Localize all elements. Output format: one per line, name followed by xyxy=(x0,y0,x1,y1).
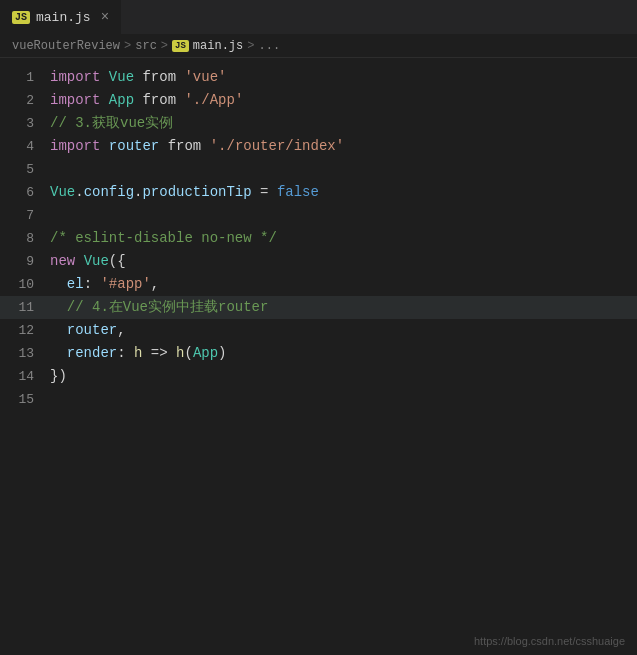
code-line: 3// 3.获取vue实例 xyxy=(0,112,637,135)
line-number: 3 xyxy=(0,113,50,135)
line-number: 7 xyxy=(0,205,50,227)
line-content: el: '#app', xyxy=(50,273,637,295)
breadcrumb-sep1: > xyxy=(124,39,131,53)
code-line: 4import router from './router/index' xyxy=(0,135,637,158)
code-line: 15 xyxy=(0,388,637,411)
line-content: }) xyxy=(50,365,637,387)
tab-bar: JS main.js × xyxy=(0,0,637,35)
line-content: // 4.在Vue实例中挂载router xyxy=(50,296,637,318)
code-area: 1import Vue from 'vue'2import App from '… xyxy=(0,58,637,419)
line-content: import App from './App' xyxy=(50,89,637,111)
line-number: 9 xyxy=(0,251,50,273)
code-line: 10 el: '#app', xyxy=(0,273,637,296)
breadcrumb-js-badge: JS xyxy=(172,40,189,52)
code-line: 11 // 4.在Vue实例中挂载router xyxy=(0,296,637,319)
breadcrumb-sep3: > xyxy=(247,39,254,53)
code-line: 1import Vue from 'vue' xyxy=(0,66,637,89)
code-line: 5 xyxy=(0,158,637,181)
code-line: 8/* eslint-disable no-new */ xyxy=(0,227,637,250)
line-number: 14 xyxy=(0,366,50,388)
line-content: // 3.获取vue实例 xyxy=(50,112,637,134)
watermark: https://blog.csdn.net/csshuaige xyxy=(474,635,625,647)
line-content: Vue.config.productionTip = false xyxy=(50,181,637,203)
line-number: 1 xyxy=(0,67,50,89)
line-content: render: h => h(App) xyxy=(50,342,637,364)
tab-filename: main.js xyxy=(36,10,91,25)
line-content xyxy=(50,204,637,226)
breadcrumb-sep2: > xyxy=(161,39,168,53)
line-number: 15 xyxy=(0,389,50,411)
breadcrumb-dots: ... xyxy=(258,39,280,53)
line-number: 12 xyxy=(0,320,50,342)
code-line: 14}) xyxy=(0,365,637,388)
line-number: 8 xyxy=(0,228,50,250)
code-line: 13 render: h => h(App) xyxy=(0,342,637,365)
line-number: 13 xyxy=(0,343,50,365)
line-number: 5 xyxy=(0,159,50,181)
breadcrumb-root: vueRouterReview xyxy=(12,39,120,53)
code-line: 9new Vue({ xyxy=(0,250,637,273)
line-content xyxy=(50,158,637,180)
breadcrumb: vueRouterReview > src > JS main.js > ... xyxy=(0,35,637,58)
code-line: 2import App from './App' xyxy=(0,89,637,112)
tab-item-main-js[interactable]: JS main.js × xyxy=(0,0,122,34)
tab-close-icon[interactable]: × xyxy=(101,9,109,25)
line-content xyxy=(50,388,637,410)
code-line: 12 router, xyxy=(0,319,637,342)
line-content: router, xyxy=(50,319,637,341)
line-number: 10 xyxy=(0,274,50,296)
line-content: import router from './router/index' xyxy=(50,135,637,157)
line-number: 6 xyxy=(0,182,50,204)
code-line: 7 xyxy=(0,204,637,227)
line-number: 2 xyxy=(0,90,50,112)
breadcrumb-filename: main.js xyxy=(193,39,243,53)
line-number: 11 xyxy=(0,297,50,319)
breadcrumb-src: src xyxy=(135,39,157,53)
line-content: /* eslint-disable no-new */ xyxy=(50,227,637,249)
line-content: new Vue({ xyxy=(50,250,637,272)
line-content: import Vue from 'vue' xyxy=(50,66,637,88)
code-line: 6Vue.config.productionTip = false xyxy=(0,181,637,204)
line-number: 4 xyxy=(0,136,50,158)
tab-js-icon: JS xyxy=(12,11,30,24)
